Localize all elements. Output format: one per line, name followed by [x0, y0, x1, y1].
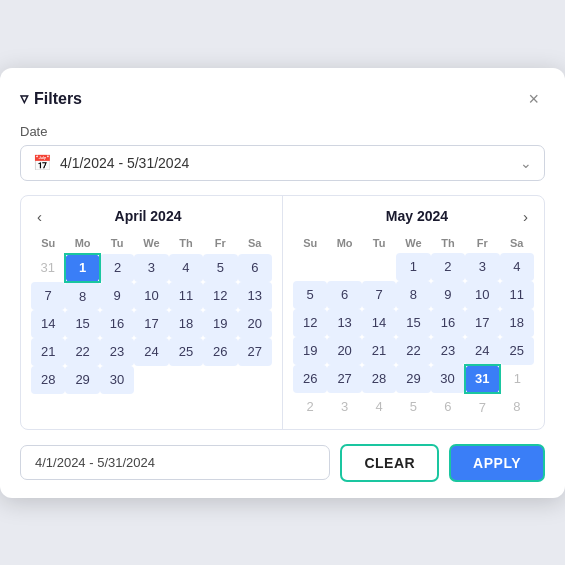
date-label: Date — [20, 124, 545, 139]
calendar-day[interactable]: 31 — [465, 365, 499, 393]
clear-button[interactable]: CLEAR — [340, 444, 439, 482]
calendar-day[interactable]: 5 — [396, 393, 430, 421]
calendar-day[interactable]: 13 — [327, 309, 361, 337]
calendar-day[interactable]: 24 — [465, 337, 499, 365]
calendar-day[interactable]: 10 — [465, 281, 499, 309]
calendar-day[interactable]: 8 — [500, 393, 534, 421]
calendar-day[interactable]: 15 — [65, 310, 99, 338]
close-button[interactable]: × — [522, 88, 545, 110]
day-of-week: We — [396, 235, 430, 253]
calendar-day[interactable]: 21 — [362, 337, 396, 365]
calendar-day[interactable]: 14 — [31, 310, 65, 338]
calendar-day[interactable]: 18 — [500, 309, 534, 337]
calendar-day[interactable]: 2 — [100, 254, 134, 282]
calendar-day[interactable]: 25 — [500, 337, 534, 365]
calendar-day[interactable]: 27 — [238, 338, 272, 366]
day-of-week: Th — [169, 235, 203, 254]
calendar-day[interactable]: 7 — [31, 282, 65, 310]
day-of-week: Sa — [500, 235, 534, 253]
calendar-day[interactable]: 4 — [169, 254, 203, 282]
next-month-button[interactable]: › — [517, 206, 534, 227]
calendar-day[interactable]: 31 — [31, 254, 65, 282]
calendar-day[interactable]: 7 — [465, 393, 499, 421]
calendar-day[interactable]: 8 — [396, 281, 430, 309]
calendar-day[interactable]: 27 — [327, 365, 361, 393]
calendar-day[interactable]: 6 — [431, 393, 465, 421]
calendar-day[interactable]: 13 — [238, 282, 272, 310]
calendar-day[interactable]: 25 — [169, 338, 203, 366]
calendar-day[interactable]: 16 — [431, 309, 465, 337]
may-title: May 2024 — [386, 208, 448, 224]
calendar-day[interactable]: 3 — [327, 393, 361, 421]
calendar-day[interactable]: 8 — [65, 282, 99, 310]
calendar-day[interactable]: 23 — [100, 338, 134, 366]
day-of-week: We — [134, 235, 168, 254]
calendar-day[interactable]: 22 — [396, 337, 430, 365]
calendar-day[interactable]: 9 — [100, 282, 134, 310]
calendar-day[interactable]: 29 — [65, 366, 99, 394]
calendar-day[interactable]: 20 — [238, 310, 272, 338]
calendar-day[interactable]: 28 — [31, 366, 65, 394]
may-grid: SuMoTuWeThFrSa 1234567891011121314151617… — [293, 235, 534, 421]
date-range-selector[interactable]: 📅 4/1/2024 - 5/31/2024 ⌄ — [20, 145, 545, 181]
calendar-day[interactable]: 6 — [327, 281, 361, 309]
calendar-day[interactable]: 26 — [293, 365, 327, 393]
panel-header: ▿ Filters × — [20, 88, 545, 110]
calendar-day[interactable]: 22 — [65, 338, 99, 366]
calendar-day[interactable]: 1 — [65, 254, 99, 282]
calendar-day[interactable]: 28 — [362, 365, 396, 393]
calendar-day[interactable]: 6 — [238, 254, 272, 282]
calendar-day[interactable]: 7 — [362, 281, 396, 309]
calendar-day[interactable]: 29 — [396, 365, 430, 393]
calendar-day[interactable]: 18 — [169, 310, 203, 338]
calendar-day[interactable]: 26 — [203, 338, 237, 366]
calendar-day[interactable]: 30 — [100, 366, 134, 394]
calendar-day[interactable]: 11 — [500, 281, 534, 309]
calendar-day[interactable]: 5 — [293, 281, 327, 309]
calendar-day[interactable]: 30 — [431, 365, 465, 393]
calendar-week-row: 78910111213 — [31, 282, 272, 310]
calendar-day[interactable]: 5 — [203, 254, 237, 282]
calendar-week-row: 12131415161718 — [293, 309, 534, 337]
calendar-day[interactable]: 1 — [396, 253, 430, 281]
calendar-day[interactable]: 21 — [31, 338, 65, 366]
calendar-day[interactable]: 3 — [134, 254, 168, 282]
calendar-day[interactable]: 1 — [500, 365, 534, 393]
calendar-day[interactable]: 12 — [293, 309, 327, 337]
calendar-day[interactable]: 4 — [362, 393, 396, 421]
calendar-day[interactable]: 23 — [431, 337, 465, 365]
chevron-down-icon: ⌄ — [520, 155, 532, 171]
calendar-day[interactable]: 20 — [327, 337, 361, 365]
day-of-week: Tu — [100, 235, 134, 254]
calendar-day[interactable]: 9 — [431, 281, 465, 309]
day-of-week: Fr — [465, 235, 499, 253]
calendar-day[interactable]: 4 — [500, 253, 534, 281]
calendar-day[interactable]: 17 — [134, 310, 168, 338]
calendar-day[interactable]: 12 — [203, 282, 237, 310]
calendar-day[interactable]: 2 — [293, 393, 327, 421]
calendar-day[interactable]: 15 — [396, 309, 430, 337]
calendar-day[interactable]: 19 — [293, 337, 327, 365]
calendar-day[interactable]: 24 — [134, 338, 168, 366]
calendar-day — [293, 253, 327, 281]
calendar-day — [203, 366, 237, 394]
calendar-day — [327, 253, 361, 281]
calendar-day[interactable]: 2 — [431, 253, 465, 281]
april-calendar: ‹ April 2024 SuMoTuWeThFrSa 311234567891… — [21, 196, 283, 429]
calendar-icon: 📅 — [33, 154, 52, 172]
apply-button[interactable]: APPLY — [449, 444, 545, 482]
calendar-week-row: 2627282930311 — [293, 365, 534, 393]
calendar-day[interactable]: 17 — [465, 309, 499, 337]
day-of-week: Su — [293, 235, 327, 253]
calendar-day — [238, 366, 272, 394]
calendar-day[interactable]: 11 — [169, 282, 203, 310]
calendars-container: ‹ April 2024 SuMoTuWeThFrSa 311234567891… — [20, 195, 545, 430]
calendar-day[interactable]: 3 — [465, 253, 499, 281]
prev-month-button[interactable]: ‹ — [31, 206, 48, 227]
calendar-day[interactable]: 16 — [100, 310, 134, 338]
calendar-day[interactable]: 19 — [203, 310, 237, 338]
april-header: ‹ April 2024 — [31, 206, 272, 227]
april-title: April 2024 — [115, 208, 182, 224]
calendar-day[interactable]: 14 — [362, 309, 396, 337]
calendar-day[interactable]: 10 — [134, 282, 168, 310]
